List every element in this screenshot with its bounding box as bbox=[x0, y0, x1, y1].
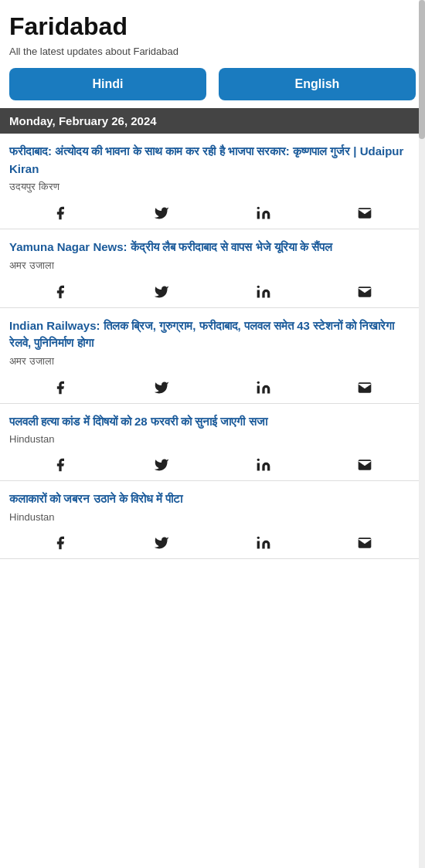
twitter-share-icon[interactable] bbox=[111, 457, 213, 473]
news-source: उदयपुर किरण bbox=[9, 181, 416, 193]
date-bar: Monday, February 26, 2024 bbox=[0, 108, 425, 134]
news-title[interactable]: फरीदाबाद: अंत्योदय की भावना के साथ काम क… bbox=[9, 143, 416, 178]
email-share-icon[interactable] bbox=[314, 205, 416, 221]
page-title: Faridabad bbox=[9, 12, 416, 41]
news-title[interactable]: Yamuna Nagar News: केंद्रीय लैब फरीदाबाद… bbox=[9, 239, 416, 256]
page-subtitle: All the latest updates about Faridabad bbox=[9, 46, 416, 57]
news-source: Hindustan bbox=[9, 511, 416, 523]
linkedin-share-icon[interactable] bbox=[212, 380, 314, 395]
svg-point-5 bbox=[257, 381, 259, 383]
svg-point-7 bbox=[257, 459, 259, 461]
linkedin-share-icon[interactable] bbox=[212, 205, 314, 221]
english-button[interactable]: English bbox=[219, 68, 416, 100]
svg-rect-2 bbox=[257, 290, 259, 297]
twitter-share-icon[interactable] bbox=[111, 380, 213, 395]
news-list: फरीदाबाद: अंत्योदय की भावना के साथ काम क… bbox=[0, 134, 425, 559]
facebook-share-icon[interactable] bbox=[9, 457, 111, 473]
svg-rect-0 bbox=[257, 212, 259, 219]
scrollbar-thumb[interactable] bbox=[419, 0, 425, 139]
email-share-icon[interactable] bbox=[314, 457, 416, 473]
email-share-icon[interactable] bbox=[314, 380, 416, 395]
svg-rect-6 bbox=[257, 463, 259, 471]
page-header: Faridabad All the latest updates about F… bbox=[0, 0, 425, 108]
email-share-icon[interactable] bbox=[314, 284, 416, 300]
linkedin-share-icon[interactable] bbox=[212, 535, 314, 551]
language-buttons: Hindi English bbox=[9, 68, 416, 100]
news-title[interactable]: पलवली हत्या कांड में दोिषयों को 28 फरवरी… bbox=[9, 413, 416, 431]
share-bar bbox=[9, 529, 416, 558]
facebook-share-icon[interactable] bbox=[9, 205, 111, 221]
news-item: Yamuna Nagar News: केंद्रीय लैब फरीदाबाद… bbox=[0, 229, 425, 308]
twitter-share-icon[interactable] bbox=[111, 535, 213, 551]
news-item: पलवली हत्या कांड में दोिषयों को 28 फरवरी… bbox=[0, 404, 425, 482]
svg-point-9 bbox=[257, 536, 259, 538]
news-title[interactable]: कलाकारों को जबरन उठाने के विरोध में पीटा bbox=[9, 490, 416, 508]
linkedin-share-icon[interactable] bbox=[212, 284, 314, 300]
svg-rect-8 bbox=[257, 541, 259, 548]
news-item: Indian Railways: तिलक ब्रिज, गुरुग्राम, … bbox=[0, 308, 425, 404]
linkedin-share-icon[interactable] bbox=[212, 457, 314, 473]
facebook-share-icon[interactable] bbox=[9, 535, 111, 551]
share-bar bbox=[9, 278, 416, 307]
share-bar bbox=[9, 199, 416, 229]
email-share-icon[interactable] bbox=[314, 535, 416, 551]
svg-point-1 bbox=[257, 207, 259, 209]
news-item: फरीदाबाद: अंत्योदय की भावना के साथ काम क… bbox=[0, 134, 425, 229]
share-bar bbox=[9, 374, 416, 403]
news-source: अमर उजाला bbox=[9, 355, 416, 368]
scrollbar[interactable] bbox=[419, 0, 425, 868]
twitter-share-icon[interactable] bbox=[111, 205, 213, 221]
news-title[interactable]: Indian Railways: तिलक ब्रिज, गुरुग्राम, … bbox=[9, 317, 416, 352]
svg-rect-4 bbox=[257, 385, 259, 393]
twitter-share-icon[interactable] bbox=[111, 284, 213, 300]
share-bar bbox=[9, 451, 416, 480]
facebook-share-icon[interactable] bbox=[9, 380, 111, 395]
hindi-button[interactable]: Hindi bbox=[9, 68, 206, 100]
news-source: अमर उजाला bbox=[9, 259, 416, 272]
news-item: कलाकारों को जबरन उठाने के विरोध में पीटा… bbox=[0, 481, 425, 559]
facebook-share-icon[interactable] bbox=[9, 284, 111, 300]
svg-point-3 bbox=[257, 285, 259, 287]
news-source: Hindustan bbox=[9, 433, 416, 445]
